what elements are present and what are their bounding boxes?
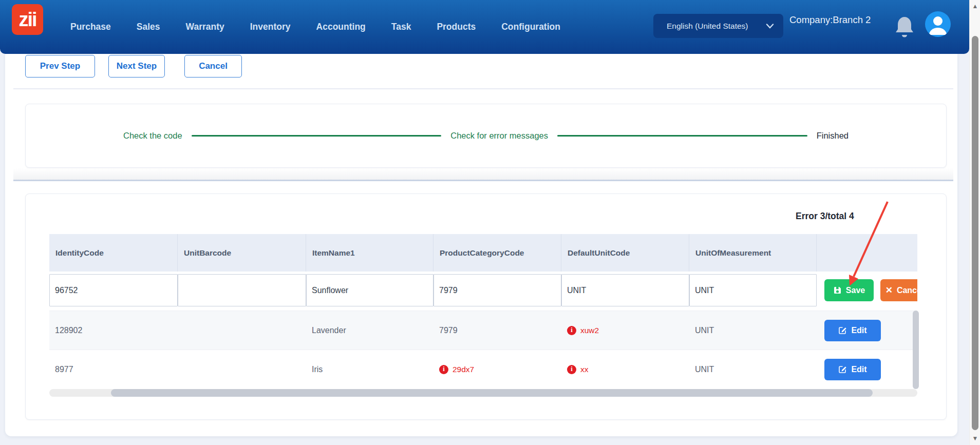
header-item-name1: ItemName1 [306,234,434,272]
row-actions: Edit [817,359,917,380]
step-check-for-error-messages: Check for error messages [450,131,548,141]
user-avatar[interactable] [925,11,951,37]
edit-button-label: Edit [851,326,866,335]
unit-barcode-input[interactable] [178,274,306,306]
cancel-row-button[interactable]: ✕ Cancel [880,279,917,301]
table-row-editing: Save ✕ Cancel [49,272,917,311]
company-branch-label[interactable]: Company:Branch 2 [789,13,873,26]
page: zii Purchase Sales Warranty Inventory Ac… [0,0,980,445]
cell-default-unit-code-error: i xx [561,365,689,374]
row-actions: Edit [817,320,917,341]
table-row: 128902 Lavender 7979 i xuw2 UNIT [49,311,917,350]
identity-code-input[interactable] [49,274,178,306]
unit-of-measurement-input[interactable] [689,274,817,306]
error-cell-value: xx [580,365,589,374]
error-info-icon[interactable]: i [567,326,576,335]
cell-identity-code: 8977 [49,365,178,374]
header-unit-barcode: UnitBarcode [178,234,306,272]
cancel-button[interactable]: Cancel [184,55,242,78]
table-row: 8977 Iris i 29dx7 i xx UNIT [49,350,917,389]
scrollbar-thumb[interactable] [972,36,978,430]
header-actions [817,234,917,272]
scroll-down-arrow-icon[interactable]: ▼ [972,435,978,442]
menu-item-task[interactable]: Task [391,22,411,32]
edit-pencil-icon [838,365,847,374]
menu-item-configuration[interactable]: Configuration [501,22,560,32]
save-button-label: Save [846,286,865,295]
cell-item-name1: Iris [306,365,434,374]
main-menu: Purchase Sales Warranty Inventory Accoun… [70,0,560,54]
header-identity-code: IdentityCode [49,234,178,272]
cell-unit-of-measurement: UNIT [689,326,817,335]
cell-product-category-code-error: i 29dx7 [434,365,561,374]
language-select[interactable]: English (United States) [653,14,783,38]
error-info-icon[interactable]: i [567,365,576,374]
menu-item-products[interactable]: Products [437,22,476,32]
cell-identity-code: 128902 [49,326,178,335]
item-name1-input[interactable] [306,274,434,306]
edit-pencil-icon [838,326,847,335]
error-cell-value: xuw2 [580,326,599,335]
divider [13,88,953,89]
table-hscroll-thumb[interactable] [111,389,873,397]
next-step-button[interactable]: Next Step [108,55,165,78]
step-connector-line [557,135,807,137]
cell-value: UNIT [695,326,714,335]
prev-step-button[interactable]: Prev Step [25,55,95,78]
divider [13,180,953,181]
product-category-code-input[interactable] [434,274,561,306]
cell-value: Iris [312,365,323,374]
table-header-row: IdentityCode UnitBarcode ItemName1 Produ… [49,234,917,272]
step-connector-line [192,135,442,137]
edit-row-button[interactable]: Edit [824,359,881,380]
header-product-category-code: ProductCategoryCode [434,234,561,272]
cell-value: 128902 [55,326,82,335]
menu-item-warranty[interactable]: Warranty [186,22,224,32]
import-table: IdentityCode UnitBarcode ItemName1 Produ… [49,234,917,389]
cell-product-category-code: 7979 [434,326,561,335]
menu-item-purchase[interactable]: Purchase [70,22,111,32]
cell-value: 8977 [55,365,73,374]
app-logo[interactable]: zii [12,4,43,35]
table-vertical-scrollbar[interactable] [913,311,919,389]
cell-value: UNIT [695,365,714,374]
step-check-the-code: Check the code [123,131,182,141]
menu-item-sales[interactable]: Sales [137,22,160,32]
row-actions: Save ✕ Cancel [817,274,917,306]
notifications-bell-icon[interactable] [894,15,915,38]
save-row-button[interactable]: Save [824,279,874,301]
error-cell-value: 29dx7 [453,365,474,374]
cell-value: 7979 [439,326,458,335]
cancel-button-label: Cancel [897,286,917,295]
error-info-icon[interactable]: i [439,365,448,374]
window-scrollbar[interactable]: ▲ ▼ [969,0,980,445]
chevron-down-icon [766,24,774,29]
menu-item-inventory[interactable]: Inventory [250,22,291,32]
header-unit-of-measurement: UnitOfMeasurement [689,234,817,272]
cell-unit-of-measurement: UNIT [689,365,817,374]
scroll-up-arrow-icon[interactable]: ▲ [972,3,978,10]
import-review-card: Error 3/total 4 IdentityCode UnitBarcode… [25,194,947,420]
error-summary-label: Error 3/total 4 [796,211,854,222]
close-x-icon: ✕ [885,285,893,296]
cell-item-name1: Lavender [306,326,434,335]
language-selected-value: English (United States) [667,22,748,31]
table-horizontal-scrollbar[interactable] [49,389,917,397]
menu-item-accounting[interactable]: Accounting [316,22,366,32]
cell-value: Lavender [312,326,346,335]
wizard-stepper-card: Check the code Check for error messages … [25,104,947,168]
cell-default-unit-code-error: i xuw2 [561,326,689,335]
save-floppy-icon [833,286,842,295]
step-finished: Finished [817,131,849,141]
edit-row-button[interactable]: Edit [824,320,881,341]
top-navbar: zii Purchase Sales Warranty Inventory Ac… [0,0,969,54]
default-unit-code-input[interactable] [561,274,689,306]
header-default-unit-code: DefaultUnitCode [561,234,689,272]
edit-button-label: Edit [851,365,866,374]
